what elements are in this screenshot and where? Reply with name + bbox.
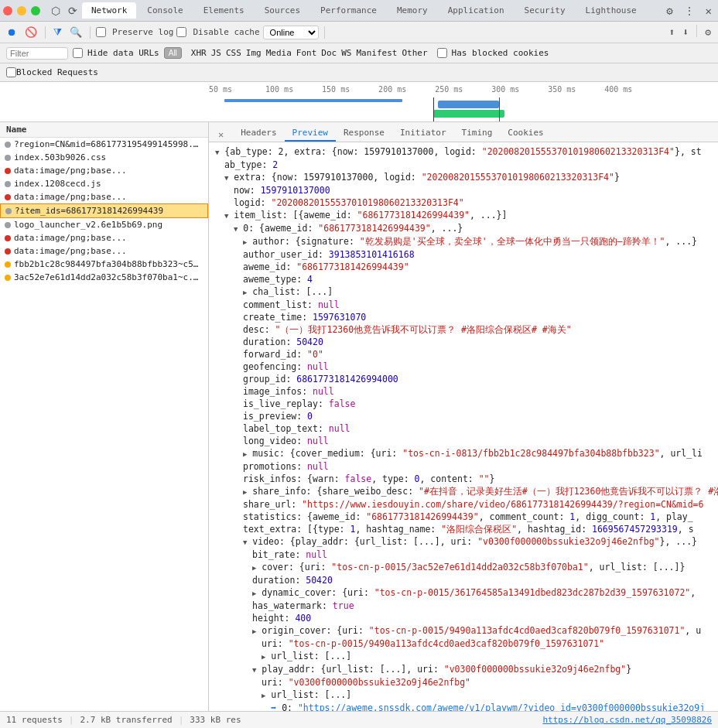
file-dot [5,194,11,200]
file-row[interactable]: fbb2b1c28c984497bfa304b88bfbb323~c5... [0,258,208,271]
import-icon[interactable]: ⬆ [667,25,678,39]
json-indent: {ab_type: 2, extra: {now: 1597910137000,… [215,146,702,157]
json-line: play_addr: {url_list: [...], uri: "v0300… [209,663,718,676]
settings-icon[interactable]: ⚙ [663,3,675,19]
tab-network[interactable]: Network [82,2,136,19]
tab-sources[interactable]: Sources [255,2,309,19]
panel-close-button[interactable]: ✕ [215,128,227,142]
tab-performance[interactable]: Performance [311,2,386,19]
json-indent: bit_rate: null [215,549,327,560]
record-icon[interactable]: ⏺ [5,25,19,39]
file-dot [5,261,11,268]
search-icon[interactable]: 🔍 [67,25,84,39]
blocked-bar: Blocked Requests [0,63,718,82]
file-row[interactable]: 3ac52e7e61d14dd2a032c58b3f070ba1~c... [0,271,208,284]
right-panel: ✕ Headers Preview Response Initiator Tim… [209,122,718,711]
tab-application[interactable]: Application [439,2,514,19]
json-indent: music: {cover_medium: {uri: "tos-cn-i-08… [215,448,703,459]
tab-console[interactable]: Console [138,2,192,19]
disable-cache-checkbox[interactable] [176,27,186,37]
more-icon[interactable]: ⋮ [681,3,698,19]
json-line: logid: "20200820155537010198060213320313… [209,197,718,209]
filter-icon[interactable]: ⧩ [51,25,64,40]
filter-manifest[interactable]: Manifest [356,48,397,58]
json-line: ➡ 0: "https://aweme.snssdk.com/aweme/v1/… [209,702,718,711]
toolbar-right: ⬆ ⬇ ⚙ [667,25,713,39]
json-line: promotions: null [209,460,718,473]
tab-cookies[interactable]: Cookies [500,125,551,142]
window-close-icon[interactable]: ✕ [703,3,715,19]
json-indent: cha_list: [...] [215,286,333,297]
filter-xhr[interactable]: XHR [191,48,207,58]
json-line: uri: "tos-cn-p-0015/9490a113afdc4cd0aed3… [209,637,718,650]
file-row[interactable]: logo_launcher_v2.6e1b5b69.png [0,218,208,231]
filter-css[interactable]: CSS [226,48,241,58]
tab-timing[interactable]: Timing [454,125,501,142]
toolbar-sep-1 [45,26,46,39]
preserve-log-checkbox[interactable] [96,27,106,37]
hide-data-urls-checkbox[interactable] [73,48,83,58]
devtools-icon[interactable]: ⬡ [48,3,63,19]
maximize-icon[interactable] [31,6,40,15]
tab-headers[interactable]: Headers [233,125,284,142]
file-row[interactable]: data:image/png;base... [0,231,208,244]
filter-input[interactable] [6,47,68,60]
file-name: 3ac52e7e61d14dd2a032c58b3f070ba1~c... [14,272,203,282]
filter-bar: Hide data URLs All XHR JS CSS Img Media … [0,43,718,63]
tab-elements[interactable]: Elements [194,2,254,19]
json-line: risk_infos: {warn: false, type: 0, conte… [209,473,718,485]
tab-security[interactable]: Security [515,2,575,19]
json-indent: 0: {aweme_id: "6861773181426994439", ...… [215,223,463,234]
status-link[interactable]: https://blog.csdn.net/qq_35098826 [542,715,712,725]
json-indent: ➡ 0: "https://aweme.snssdk.com/aweme/v1/… [215,702,705,711]
file-row[interactable]: ?item_ids=6861773181426994439 [0,203,208,218]
filter-doc[interactable]: Doc [321,48,337,58]
filter-all-button[interactable]: All [164,47,182,59]
filter-other[interactable]: Other [402,48,427,58]
json-indent: forward_id: "0" [215,349,323,360]
status-requests: 11 requests [6,715,63,725]
file-row[interactable]: data:image/png;base... [0,244,208,258]
minimize-icon[interactable] [17,6,26,15]
blocked-requests-checkbox[interactable] [6,67,16,77]
has-blocked-cookies-checkbox[interactable] [437,48,447,58]
file-row[interactable]: ?region=CN&mid=6861773195499145998... [0,138,208,151]
settings2-icon[interactable]: ⚙ [703,25,713,39]
json-line: text_extra: [{type: 1, hashtag_name: "洛阳… [209,523,718,535]
tab-memory[interactable]: Memory [388,2,437,19]
file-dot [5,275,11,281]
tab-response[interactable]: Response [336,125,392,142]
filter-js[interactable]: JS [211,48,221,58]
filter-ws[interactable]: WS [341,48,351,58]
filter-font[interactable]: Font [296,48,317,58]
filter-media[interactable]: Media [266,48,292,58]
json-line: uri: "v0300f000000bssukie32o9j46e2nfbg" [209,676,718,689]
throttle-select[interactable]: Online Fast 3G Slow 3G Offline [263,26,319,39]
json-indent: is_live_replay: false [215,398,355,409]
json-indent: aweme_type: 4 [215,274,313,285]
close-icon[interactable] [3,6,12,15]
file-row[interactable]: data:image/png;base... [0,164,208,177]
clear-icon[interactable]: 🚫 [22,25,39,39]
file-dot [5,248,11,255]
json-line: music: {cover_medium: {uri: "tos-cn-i-08… [209,447,718,460]
filter-img[interactable]: Img [246,48,262,58]
json-line: now: 1597910137000 [209,184,718,197]
tab-initiator[interactable]: Initiator [392,125,454,142]
json-indent: group_id: 6861773181426994000 [215,374,398,385]
tab-lighthouse[interactable]: Lighthouse [576,2,646,19]
left-panel: Name ?region=CN&mid=6861773195499145998.… [0,122,209,711]
json-indent: statistics: {aweme_id: "6861773181426994… [215,511,693,522]
timeline-tracks [209,97,718,122]
file-row[interactable]: index.1208cecd.js [0,177,208,190]
json-line: cha_list: [...] [209,285,718,299]
file-row[interactable]: index.503b9026.css [0,151,208,164]
file-row[interactable]: data:image/png;base... [0,190,208,203]
ruler-250ms: 250 ms [435,85,463,94]
tab-preview[interactable]: Preview [285,125,336,142]
file-name: fbb2b1c28c984497bfa304b88bfbb323~c5... [14,259,203,269]
export-icon[interactable]: ⬇ [680,25,691,39]
refresh-icon[interactable]: ⟳ [65,3,80,19]
tab-bar: ⬡ ⟳ Network Console Elements Sources Per… [0,0,718,22]
ruler-300ms: 300 ms [491,85,519,94]
